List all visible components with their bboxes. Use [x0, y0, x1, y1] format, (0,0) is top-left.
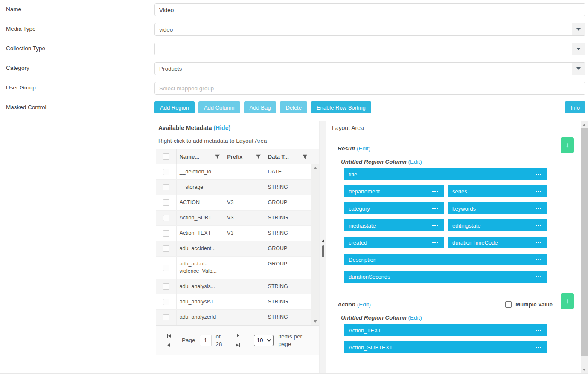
- row-checkbox[interactable]: [163, 283, 169, 290]
- category-dropdown-button[interactable]: [572, 63, 585, 75]
- column-edit-link[interactable]: (Edit): [408, 159, 422, 165]
- region-edit-link[interactable]: (Edit): [357, 145, 370, 152]
- delete-button[interactable]: Delete: [280, 101, 307, 113]
- seek-first-icon[interactable]: [167, 334, 171, 338]
- cell-datatype: GROUP: [265, 257, 311, 279]
- metadata-chip[interactable]: Action_TEXT: [344, 324, 547, 336]
- metadata-chip[interactable]: title: [344, 168, 547, 180]
- category-select[interactable]: Products: [154, 62, 585, 75]
- enable-row-sorting-button[interactable]: Enable Row Sorting: [311, 101, 371, 113]
- page-number-input[interactable]: [200, 335, 212, 346]
- region-edit-link[interactable]: (Edit): [357, 301, 371, 308]
- ellipsis-icon[interactable]: [432, 242, 438, 243]
- scroll-up-icon[interactable]: [314, 167, 317, 169]
- chip-label: created: [349, 239, 367, 246]
- media-type-label: Media Type: [0, 23, 154, 32]
- table-scrollbar[interactable]: [311, 164, 319, 325]
- collection-type-dropdown-button[interactable]: [572, 43, 585, 55]
- add-bag-button[interactable]: Add Bag: [244, 101, 277, 113]
- column-header-datatype-label: Data T...: [268, 153, 289, 160]
- metadata-chip[interactable]: keywords: [448, 202, 547, 214]
- funnel-icon[interactable]: [256, 154, 261, 159]
- media-type-dropdown-button[interactable]: [572, 23, 585, 35]
- table-row[interactable]: __storage STRING: [156, 180, 311, 195]
- hide-link[interactable]: (Hide): [213, 124, 230, 131]
- ellipsis-icon[interactable]: [536, 174, 541, 175]
- ellipsis-icon[interactable]: [536, 347, 541, 348]
- metadata-chip[interactable]: series: [448, 185, 547, 197]
- column-name: Untitled Region Column: [341, 315, 407, 321]
- metadata-chip[interactable]: durationTimeCode: [448, 237, 547, 248]
- row-checkbox[interactable]: [163, 265, 169, 271]
- ellipsis-icon[interactable]: [536, 242, 541, 243]
- row-checkbox[interactable]: [163, 299, 169, 305]
- multiple-value-checkbox[interactable]: [505, 301, 512, 308]
- row-checkbox[interactable]: [163, 169, 169, 175]
- form-row-masked-control: Masked Control Add Region Add Column Add…: [0, 101, 588, 113]
- table-row[interactable]: __deletion_lo... DATE: [156, 164, 311, 180]
- metadata-chip[interactable]: durationSeconds: [344, 271, 547, 283]
- column-header-name[interactable]: Name...: [177, 149, 224, 164]
- ellipsis-icon[interactable]: [536, 208, 541, 209]
- scrollbar-thumb[interactable]: [581, 128, 588, 356]
- page-scrollbar[interactable]: [581, 121, 588, 373]
- row-checkbox[interactable]: [163, 245, 169, 252]
- scroll-up-icon[interactable]: [582, 124, 586, 126]
- table-row[interactable]: adu_analysisT... STRING: [156, 294, 311, 310]
- column-edit-link[interactable]: (Edit): [408, 315, 422, 321]
- pane-splitter[interactable]: [319, 121, 326, 373]
- ellipsis-icon[interactable]: [432, 208, 438, 209]
- row-checkbox[interactable]: [163, 215, 169, 221]
- metadata-chip[interactable]: departement: [344, 185, 444, 197]
- name-input[interactable]: [154, 3, 585, 16]
- funnel-icon[interactable]: [302, 154, 308, 159]
- add-column-button[interactable]: Add Column: [198, 101, 240, 113]
- move-region-up-button[interactable]: ↑: [561, 293, 574, 309]
- select-all-checkbox[interactable]: [163, 153, 169, 160]
- row-checkbox[interactable]: [163, 184, 169, 190]
- collection-type-select[interactable]: [154, 43, 585, 55]
- result-chips: title departement series: [344, 168, 547, 283]
- row-checkbox[interactable]: [163, 314, 169, 320]
- metadata-chip[interactable]: editingstate: [448, 219, 547, 231]
- table-row[interactable]: adu_analysis... STRING: [156, 279, 311, 294]
- scroll-down-icon[interactable]: [582, 369, 586, 371]
- arrow-prev-icon[interactable]: [167, 343, 170, 347]
- metadata-chip[interactable]: Description: [344, 254, 547, 265]
- table-row[interactable]: ACTION V3 GROUP: [156, 195, 311, 211]
- metadata-chip[interactable]: category: [344, 202, 444, 214]
- ellipsis-icon[interactable]: [536, 259, 541, 260]
- splitter-grip-handle[interactable]: [322, 245, 324, 257]
- cell-name: __deletion_lo...: [177, 164, 224, 179]
- column-header-prefix[interactable]: Prefix: [224, 149, 265, 164]
- add-region-button[interactable]: Add Region: [154, 101, 195, 113]
- metadata-chip[interactable]: Action_SUBTEXT: [344, 341, 547, 353]
- metadata-chip[interactable]: mediastate: [344, 219, 444, 231]
- table-row[interactable]: Action_TEXT V3 STRING: [156, 226, 311, 241]
- ellipsis-icon[interactable]: [536, 191, 541, 192]
- page-size-select[interactable]: 10: [254, 335, 274, 346]
- info-button[interactable]: Info: [565, 101, 585, 113]
- row-checkbox[interactable]: [163, 230, 169, 237]
- user-group-input[interactable]: [154, 82, 585, 95]
- ellipsis-icon[interactable]: [536, 330, 541, 331]
- ellipsis-icon[interactable]: [536, 225, 541, 226]
- funnel-icon[interactable]: [215, 154, 220, 159]
- scroll-down-icon[interactable]: [314, 320, 317, 323]
- column-header-datatype[interactable]: Data T...: [265, 149, 311, 164]
- ellipsis-icon[interactable]: [536, 276, 541, 277]
- table-row[interactable]: adu_accident... GROUP: [156, 241, 311, 257]
- table-row[interactable]: adu_analyzerId STRING: [156, 310, 311, 325]
- ellipsis-icon[interactable]: [432, 225, 438, 226]
- ellipsis-icon[interactable]: [432, 191, 438, 192]
- table-row[interactable]: Action_SUBT... V3 STRING: [156, 211, 311, 226]
- arrow-next-icon[interactable]: [237, 334, 239, 337]
- row-checkbox[interactable]: [163, 199, 169, 206]
- metadata-chip[interactable]: created: [344, 237, 444, 248]
- collapse-left-icon[interactable]: [322, 239, 324, 243]
- media-type-select[interactable]: video: [154, 23, 585, 36]
- table-row[interactable]: adu_act-of-violence_Valo... GROUP: [156, 257, 311, 279]
- seek-last-icon[interactable]: [236, 343, 240, 347]
- move-region-down-button[interactable]: ↓: [561, 137, 574, 153]
- page-label: Page: [182, 337, 195, 343]
